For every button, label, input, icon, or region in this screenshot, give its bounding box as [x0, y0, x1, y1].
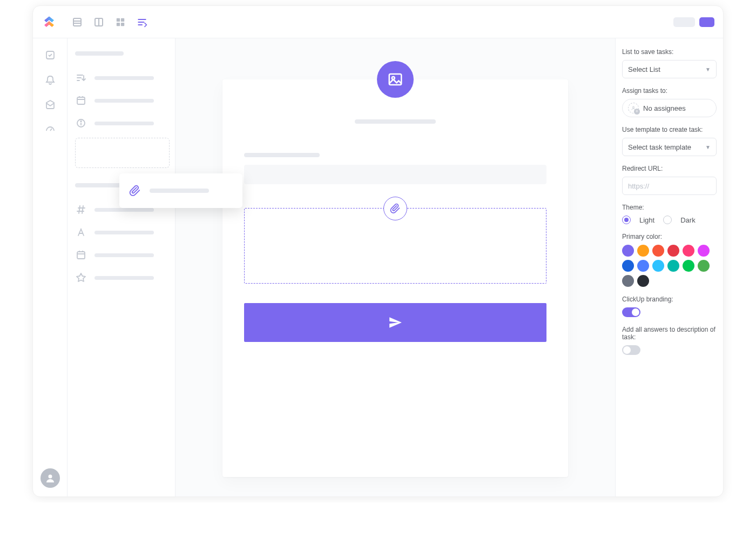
answers-toggle[interactable]: [622, 345, 640, 355]
branding-toggle[interactable]: [622, 307, 640, 317]
redirect-label: Redirect URL:: [622, 165, 717, 172]
list-select-value: Select List: [628, 65, 660, 73]
view-form-icon[interactable]: [137, 17, 147, 28]
svg-rect-34: [389, 74, 402, 85]
color-swatch[interactable]: [637, 275, 649, 287]
color-swatches: [622, 245, 717, 287]
view-grid-icon[interactable]: [115, 17, 126, 28]
svg-line-27: [79, 206, 80, 213]
color-swatch[interactable]: [622, 245, 634, 257]
color-swatch[interactable]: [698, 260, 710, 272]
color-swatch[interactable]: [667, 245, 679, 257]
user-avatar[interactable]: [40, 468, 60, 488]
template-label: Use template to create task:: [622, 126, 717, 133]
answers-label: Add all answers to description of task:: [622, 326, 717, 341]
field-item-info[interactable]: [68, 112, 175, 135]
svg-rect-18: [77, 97, 85, 104]
template-select[interactable]: Select task template ▼: [622, 138, 717, 156]
theme-dark-radio[interactable]: [663, 216, 672, 224]
theme-light-radio[interactable]: [622, 216, 631, 224]
form-title-placeholder[interactable]: [355, 119, 436, 124]
svg-point-24: [80, 121, 82, 122]
field-name-placeholder: [150, 189, 209, 193]
color-swatch[interactable]: [667, 260, 679, 272]
assignee-value: No assignees: [643, 104, 686, 112]
svg-rect-6: [121, 18, 124, 21]
submit-button[interactable]: [244, 303, 546, 342]
topbar-button-secondary[interactable]: [673, 17, 695, 27]
dashboard-icon[interactable]: [44, 124, 56, 136]
branding-label: ClickUp branding:: [622, 295, 717, 303]
attachment-icon: [129, 185, 141, 197]
color-swatch[interactable]: [622, 275, 634, 287]
svg-point-36: [633, 106, 634, 108]
svg-rect-5: [117, 18, 120, 21]
color-swatch[interactable]: [652, 260, 664, 272]
notifications-icon[interactable]: [44, 74, 56, 86]
form-canvas: [176, 38, 615, 496]
text-field-placeholder[interactable]: [244, 165, 546, 184]
form-card: [222, 79, 568, 477]
attachment-icon: [383, 197, 407, 220]
form-header-image-icon[interactable]: [377, 61, 414, 98]
chevron-down-icon: ▼: [705, 66, 711, 72]
color-swatch[interactable]: [637, 260, 649, 272]
color-swatch[interactable]: [652, 245, 664, 257]
fields-group-heading: [75, 51, 124, 56]
inbox-icon[interactable]: [44, 99, 56, 111]
svg-rect-8: [121, 22, 124, 25]
svg-point-14: [49, 475, 52, 479]
app-window: List to save tasks: Select List ▼ Assign…: [32, 5, 724, 497]
theme-light-label: Light: [639, 216, 654, 224]
view-list-icon[interactable]: [72, 17, 83, 28]
form-fields-sidebar: [68, 38, 176, 496]
assign-label: Assign tasks to:: [622, 87, 717, 95]
primary-color-label: Primary color:: [622, 233, 717, 240]
svg-line-28: [82, 206, 83, 213]
theme-label: Theme:: [622, 204, 717, 211]
chevron-down-icon: ▼: [705, 144, 711, 150]
list-select[interactable]: Select List ▼: [622, 60, 717, 78]
list-save-label: List to save tasks:: [622, 48, 717, 56]
main-body: List to save tasks: Select List ▼ Assign…: [33, 38, 723, 496]
topbar-button-primary[interactable]: [699, 17, 714, 27]
svg-line-13: [50, 129, 52, 131]
svg-rect-0: [73, 18, 81, 26]
field-item-sort[interactable]: [68, 66, 175, 89]
clickup-logo[interactable]: [42, 15, 57, 30]
topbar-actions: [673, 17, 714, 27]
left-iconbar: [33, 38, 68, 496]
topbar: [33, 6, 723, 38]
template-select-value: Select task template: [628, 143, 691, 151]
field-item-date2[interactable]: [68, 244, 175, 266]
svg-rect-30: [77, 252, 85, 259]
assignee-select[interactable]: No assignees: [622, 99, 717, 117]
redirect-url-input[interactable]: [622, 177, 717, 195]
dragged-field-origin: [75, 138, 170, 168]
tasks-icon[interactable]: [44, 49, 56, 61]
field-item-rating[interactable]: [68, 266, 175, 289]
add-assignee-icon: [628, 103, 639, 113]
view-tabs: [72, 17, 147, 28]
view-board-icon[interactable]: [93, 17, 104, 28]
color-swatch[interactable]: [683, 245, 694, 257]
fields-group-heading-2: [75, 183, 124, 187]
field-item-text[interactable]: [68, 221, 175, 244]
color-swatch[interactable]: [698, 245, 710, 257]
color-swatch[interactable]: [622, 260, 634, 272]
dragging-attachment-field[interactable]: [119, 173, 242, 208]
svg-rect-7: [117, 22, 120, 25]
color-swatch[interactable]: [683, 260, 694, 272]
theme-dark-label: Dark: [680, 216, 695, 224]
field-item-date[interactable]: [68, 89, 175, 112]
attachment-drop-zone[interactable]: [244, 208, 546, 284]
field-label-placeholder[interactable]: [244, 153, 320, 157]
color-swatch[interactable]: [637, 245, 649, 257]
form-settings-panel: List to save tasks: Select List ▼ Assign…: [615, 38, 723, 496]
